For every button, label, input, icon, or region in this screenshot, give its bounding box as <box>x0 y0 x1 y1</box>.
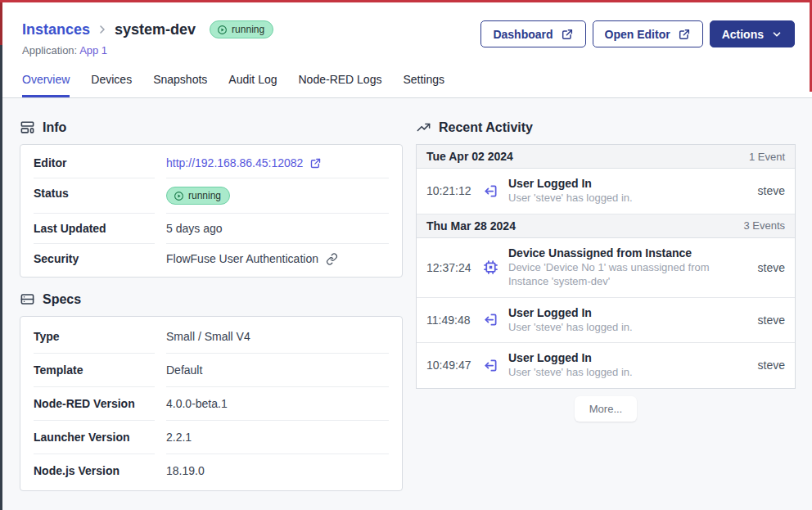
editor-url-text: http://192.168.86.45:12082 <box>166 156 303 169</box>
chevron-down-icon <box>771 29 783 40</box>
open-editor-button-label: Open Editor <box>605 28 670 41</box>
info-row-label: Last Updated <box>34 214 155 244</box>
specs-row-type: Type Small / Small V4 <box>34 320 389 354</box>
specs-row-launcher-version: Launcher Version 2.2.1 <box>34 421 389 454</box>
event-description: User 'steve' has logged in. <box>508 191 744 205</box>
tab-devices[interactable]: Devices <box>91 73 132 97</box>
event-time: 10:21:12 <box>426 184 473 197</box>
activity-section-title: Recent Activity <box>439 120 533 135</box>
external-link-icon <box>561 28 574 41</box>
specs-row-value: 4.0.0-beta.1 <box>166 397 228 410</box>
login-icon <box>482 311 499 328</box>
overview-content: Info Editor http://192.168.86.45:12082 <box>0 98 812 510</box>
instance-tabs: Overview Devices Snapshots Audit Log Nod… <box>22 73 795 97</box>
event-title: User Logged In <box>508 177 744 190</box>
info-section-title: Info <box>43 120 66 135</box>
info-row-last-updated: Last Updated 5 days ago <box>34 214 389 244</box>
status-badge: running <box>166 187 230 205</box>
actions-button-label: Actions <box>722 28 764 41</box>
breadcrumb: Instances system-dev running <box>22 20 273 38</box>
info-row-editor: Editor http://192.168.86.45:12082 <box>34 148 389 178</box>
screen-border-left <box>0 0 2 510</box>
event-description: Device 'Device No 1' was unassigned from… <box>508 260 744 289</box>
event-time: 11:49:48 <box>426 314 473 327</box>
info-row-label: Editor <box>34 148 155 178</box>
activity-date: Tue Apr 02 2024 <box>426 150 513 163</box>
activity-date: Thu Mar 28 2024 <box>426 219 516 232</box>
trending-up-icon <box>416 120 431 135</box>
specs-row-label: Node-RED Version <box>34 387 155 421</box>
application-line: Application: App 1 <box>22 44 273 56</box>
chevron-right-icon <box>96 23 109 36</box>
instance-name: system-dev <box>115 21 196 38</box>
login-icon <box>482 357 499 374</box>
application-link[interactable]: App 1 <box>79 44 107 56</box>
event-title: User Logged In <box>508 306 744 319</box>
more-button[interactable]: More... <box>575 396 637 422</box>
info-row-label: Security <box>34 244 155 273</box>
specs-row-template: Template Default <box>34 354 389 387</box>
event-user: steve <box>753 359 785 372</box>
activity-date-header: Tue Apr 02 2024 1 Event <box>417 145 795 169</box>
info-row-security: Security FlowFuse User Authentication <box>34 244 389 273</box>
specs-card: Type Small / Small V4 Template Default N… <box>20 316 403 491</box>
open-editor-button[interactable]: Open Editor <box>593 20 703 47</box>
specs-row-value: Small / Small V4 <box>166 330 250 343</box>
specs-row-value: 18.19.0 <box>166 464 205 477</box>
page-header: Instances system-dev running Application… <box>0 0 812 98</box>
breadcrumb-instances-link[interactable]: Instances <box>22 21 90 38</box>
specs-row-label: Launcher Version <box>34 421 155 454</box>
activity-event-count: 3 Events <box>743 219 785 232</box>
application-label: Application: <box>22 44 77 56</box>
tab-overview[interactable]: Overview <box>22 73 70 97</box>
editor-url-link[interactable]: http://192.168.86.45:12082 <box>166 156 322 169</box>
activity-event: 10:49:47 User Logged In User 'steve' has… <box>417 343 795 388</box>
activity-section-heading: Recent Activity <box>416 120 796 135</box>
chip-icon <box>482 259 499 276</box>
specs-row-label: Node.js Version <box>34 454 155 487</box>
external-link-icon <box>678 28 691 41</box>
tab-settings[interactable]: Settings <box>403 73 444 97</box>
specs-section-title: Specs <box>43 292 81 307</box>
link-chain-icon <box>326 253 338 265</box>
play-circle-icon <box>174 191 184 201</box>
specs-row-value: 2.2.1 <box>166 431 192 444</box>
specs-row-node-red-version: Node-RED Version 4.0.0-beta.1 <box>34 387 389 421</box>
app-screen: Instances system-dev running Application… <box>0 0 812 510</box>
event-user: steve <box>753 314 785 327</box>
header-actions: Dashboard Open Editor Actions <box>480 20 795 47</box>
specs-section-heading: Specs <box>20 291 403 307</box>
tab-node-red-logs[interactable]: Node-RED Logs <box>299 73 382 97</box>
security-value: FlowFuse User Authentication <box>166 252 318 265</box>
last-updated-value: 5 days ago <box>166 222 223 235</box>
tab-snapshots[interactable]: Snapshots <box>153 73 207 97</box>
activity-event: 11:49:48 User Logged In User 'steve' has… <box>417 298 795 344</box>
event-user: steve <box>753 184 785 197</box>
info-icon <box>20 120 35 135</box>
activity-event-count: 1 Event <box>749 151 785 163</box>
dashboard-button-label: Dashboard <box>493 28 553 41</box>
status-badge: running <box>210 20 273 38</box>
activity-event: 10:21:12 User Logged In User 'steve' has… <box>417 169 795 214</box>
event-time: 12:37:24 <box>426 261 473 274</box>
dashboard-button[interactable]: Dashboard <box>480 20 585 47</box>
actions-button[interactable]: Actions <box>710 20 795 47</box>
event-description: User 'steve' has logged in. <box>508 320 744 335</box>
info-card: Editor http://192.168.86.45:12082 Status <box>20 144 403 278</box>
status-badge-label: running <box>232 24 264 35</box>
info-section-heading: Info <box>20 120 403 135</box>
specs-row-label: Type <box>34 320 155 354</box>
event-description: User 'steve' has logged in. <box>508 365 744 380</box>
specs-row-label: Template <box>34 354 155 387</box>
screen-border-top <box>0 0 812 2</box>
activity-date-header: Thu Mar 28 2024 3 Events <box>417 214 795 238</box>
event-user: steve <box>753 261 785 274</box>
specs-row-nodejs-version: Node.js Version 18.19.0 <box>34 454 389 487</box>
event-title: Device Unassigned from Instance <box>508 246 744 260</box>
activity-event: 12:37:24 Device Unassigned from Instance… <box>417 238 795 298</box>
play-circle-icon <box>217 25 228 35</box>
info-row-status: Status running <box>34 178 389 214</box>
server-icon <box>20 291 35 307</box>
tab-audit-log[interactable]: Audit Log <box>228 73 277 97</box>
event-title: User Logged In <box>508 351 744 364</box>
